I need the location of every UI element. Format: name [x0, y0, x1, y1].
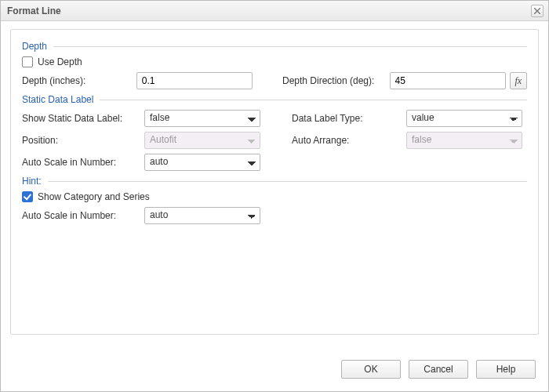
- show-category-row: Show Category and Series: [22, 191, 527, 202]
- position-label: Position:: [22, 135, 140, 146]
- auto-arrange-label: Auto Arrange:: [292, 135, 402, 146]
- section-hint-title: Hint:: [22, 176, 42, 187]
- position-select: Autofit: [144, 132, 260, 149]
- auto-scale-select[interactable]: auto: [144, 154, 260, 171]
- depth-dir-input[interactable]: [390, 72, 506, 89]
- titlebar: Format Line: [1, 1, 548, 21]
- show-category-checkbox[interactable]: [22, 191, 33, 202]
- dialog-footer: OK Cancel Help: [1, 355, 548, 391]
- section-static-title: Static Data Label: [22, 94, 93, 105]
- depth-input[interactable]: [136, 72, 253, 89]
- show-static-label: Show Static Data Label:: [22, 113, 140, 124]
- depth-row: Depth (inches): Depth Direction (deg): f…: [22, 72, 527, 89]
- section-depth-title: Depth: [22, 41, 47, 52]
- divider: [48, 181, 527, 182]
- hint-auto-scale-label: Auto Scale in Number:: [22, 210, 140, 221]
- format-line-dialog: Format Line Depth Use Depth Depth (inche…: [0, 0, 549, 392]
- auto-arrange-select: false: [406, 132, 522, 149]
- ok-button[interactable]: OK: [341, 360, 401, 379]
- close-icon: [534, 8, 540, 14]
- close-button[interactable]: [531, 5, 544, 17]
- data-label-type-select[interactable]: value: [406, 110, 522, 127]
- use-depth-row: Use Depth: [22, 56, 527, 67]
- fx-button[interactable]: fx: [510, 72, 528, 89]
- dialog-title: Format Line: [7, 5, 61, 16]
- auto-scale-row: Auto Scale in Number: auto: [22, 154, 527, 171]
- depth-label: Depth (inches):: [22, 75, 132, 86]
- content-panel: Depth Use Depth Depth (inches): Depth Di…: [10, 29, 539, 335]
- divider: [100, 100, 527, 100]
- auto-scale-label: Auto Scale in Number:: [22, 157, 140, 168]
- divider: [53, 46, 527, 47]
- cancel-button[interactable]: Cancel: [409, 360, 468, 379]
- section-static-data-label: Static Data Label: [22, 94, 527, 105]
- show-category-label: Show Category and Series: [38, 191, 150, 202]
- show-static-row: Show Static Data Label: false Data Label…: [22, 110, 527, 127]
- use-depth-label: Use Depth: [38, 56, 82, 67]
- hint-auto-scale-select[interactable]: auto: [144, 207, 260, 224]
- hint-auto-scale-row: Auto Scale in Number: auto: [22, 207, 527, 224]
- section-hint: Hint:: [22, 176, 527, 187]
- help-button[interactable]: Help: [476, 360, 536, 379]
- position-row: Position: Autofit Auto Arrange: false: [22, 132, 527, 149]
- dialog-body: Depth Use Depth Depth (inches): Depth Di…: [1, 21, 548, 355]
- section-depth: Depth: [22, 41, 527, 52]
- depth-dir-label: Depth Direction (deg):: [282, 75, 385, 86]
- use-depth-checkbox[interactable]: [22, 56, 33, 67]
- data-label-type-label: Data Label Type:: [292, 113, 402, 124]
- show-static-select[interactable]: false: [144, 110, 260, 127]
